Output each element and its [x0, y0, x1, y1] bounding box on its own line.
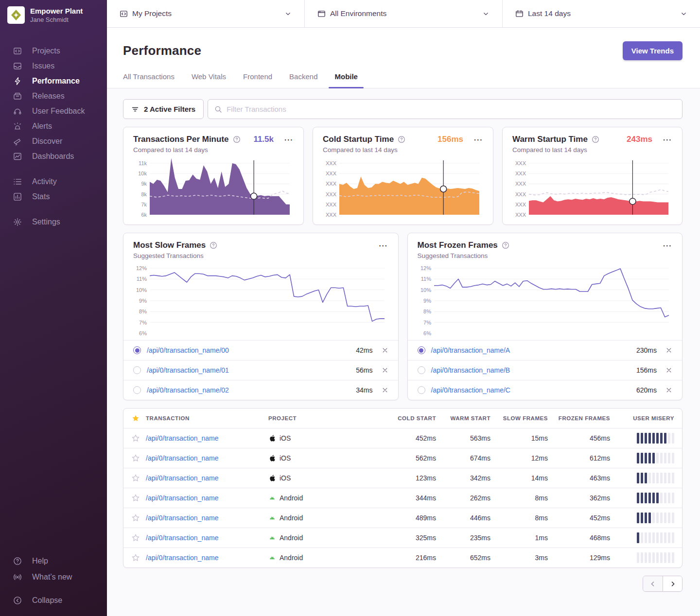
x-icon[interactable] — [665, 367, 672, 374]
transaction-radio[interactable] — [133, 386, 141, 394]
active-filters-button[interactable]: 2 Active Filters — [123, 99, 204, 119]
transaction-link[interactable]: /api/0/transaction_name/A — [431, 346, 510, 354]
transaction-link[interactable]: /api/0/transaction_name/00 — [147, 346, 229, 354]
x-icon[interactable] — [382, 387, 388, 394]
col-warm-start[interactable]: WARM START — [436, 415, 490, 421]
star-icon[interactable] — [132, 434, 140, 442]
chevron-down-icon — [482, 10, 490, 17]
sidebar-item-discover[interactable]: Discover — [0, 134, 107, 149]
question-icon[interactable] — [398, 136, 405, 143]
transaction-link[interactable]: /api/0/transaction_name — [146, 454, 218, 462]
tab-mobile[interactable]: Mobile — [334, 72, 358, 88]
view-trends-button[interactable]: View Trends — [623, 41, 682, 60]
star-icon[interactable] — [132, 474, 140, 482]
sidebar-item-settings[interactable]: Settings — [0, 214, 107, 229]
sidebar-item-issues[interactable]: Issues — [0, 58, 107, 73]
sidebar-item-collapse[interactable]: Collapse — [0, 592, 107, 608]
question-icon[interactable] — [233, 136, 241, 143]
question-icon[interactable] — [592, 136, 599, 143]
suggested-transaction-row: /api/0/transaction_name/02 34ms — [123, 380, 398, 400]
sidebar-item-user-feedback[interactable]: User Feedback — [0, 103, 107, 119]
svg-text:XXX: XXX — [326, 212, 337, 218]
cold-start-value: 452ms — [382, 434, 436, 442]
transaction-radio[interactable] — [418, 346, 425, 354]
transaction-link[interactable]: /api/0/transaction_name — [146, 494, 218, 502]
sidebar-item-alerts[interactable]: Alerts — [0, 119, 107, 134]
col-transaction[interactable]: TRANSACTION — [146, 415, 268, 421]
sidebar-item-releases[interactable]: Releases — [0, 88, 107, 103]
org-switcher[interactable]: Empower Plant Jane Schmidt — [0, 0, 107, 29]
star-icon[interactable] — [132, 534, 140, 542]
stats-icon — [13, 192, 22, 201]
transaction-link[interactable]: /api/0/transaction_name — [146, 474, 218, 482]
next-page-button[interactable] — [663, 576, 682, 591]
transaction-link[interactable]: /api/0/transaction_name/B — [431, 366, 510, 374]
transaction-link[interactable]: /api/0/transaction_name — [146, 534, 218, 542]
ellipsis-menu-icon[interactable]: ⋯ — [379, 241, 388, 250]
sidebar-item-projects[interactable]: Projects — [0, 43, 107, 58]
star-icon[interactable] — [132, 454, 140, 462]
star-icon[interactable] — [132, 494, 140, 502]
star-icon[interactable] — [132, 514, 140, 522]
sidebar-item-label: Collapse — [32, 596, 62, 605]
ellipsis-menu-icon[interactable]: ⋯ — [663, 241, 672, 250]
table-header-row: TRANSACTION PROJECT COLD START WARM STAR… — [123, 409, 682, 428]
sidebar-item-activity[interactable]: Activity — [0, 174, 107, 189]
svg-text:9%: 9% — [139, 298, 147, 304]
x-icon[interactable] — [382, 367, 388, 374]
col-slow-frames[interactable]: SLOW FRAMES — [490, 415, 548, 421]
x-icon[interactable] — [665, 387, 672, 394]
card-value: 11.5k — [253, 135, 274, 144]
ellipsis-menu-icon[interactable]: ⋯ — [284, 135, 294, 144]
project-cell: iOS — [268, 434, 382, 442]
tab-backend[interactable]: Backend — [289, 72, 317, 88]
slow-frames-value: 14ms — [490, 474, 548, 482]
transaction-radio[interactable] — [418, 386, 425, 394]
transaction-link[interactable]: /api/0/transaction_name — [146, 514, 218, 522]
transaction-link[interactable]: /api/0/transaction_name — [146, 434, 218, 442]
transaction-radio[interactable] — [133, 346, 141, 354]
filter-transactions-input[interactable] — [227, 105, 676, 113]
topbar-filter-all-environments[interactable]: All Environments — [304, 0, 502, 27]
star-icon[interactable] — [132, 554, 140, 562]
transaction-radio[interactable] — [418, 366, 425, 374]
tab-bar: All TransactionsWeb VitalsFrontendBacken… — [123, 72, 682, 88]
transaction-link[interactable]: /api/0/transaction_name/01 — [147, 366, 229, 374]
sidebar-item-dashboards[interactable]: Dashboards — [0, 149, 107, 164]
tab-all-transactions[interactable]: All Transactions — [123, 72, 175, 88]
x-icon[interactable] — [665, 347, 672, 354]
sidebar-item-stats[interactable]: Stats — [0, 189, 107, 204]
svg-text:8%: 8% — [139, 308, 147, 314]
platform-label: Android — [280, 534, 303, 542]
svg-text:11%: 11% — [420, 276, 431, 282]
card-title: Warm Startup Time — [512, 135, 588, 144]
topbar-filter-last-14-days[interactable]: Last 14 days — [502, 0, 700, 27]
ellipsis-menu-icon[interactable]: ⋯ — [663, 135, 672, 144]
x-icon[interactable] — [382, 347, 388, 354]
ellipsis-menu-icon[interactable]: ⋯ — [473, 135, 483, 144]
transaction-link[interactable]: /api/0/transaction_name — [146, 554, 218, 562]
widget-cards-row: Most Slow Frames ⋯ Suggested Transaction… — [123, 233, 682, 400]
col-project[interactable]: PROJECT — [268, 415, 382, 421]
question-icon[interactable] — [210, 241, 217, 249]
topbar-filter-my-projects[interactable]: My Projects — [107, 0, 304, 27]
question-icon[interactable] — [502, 241, 509, 249]
prev-page-button[interactable] — [643, 576, 663, 591]
col-cold-start[interactable]: COLD START — [382, 415, 436, 421]
sidebar-item-help[interactable]: Help — [0, 553, 107, 569]
transaction-link[interactable]: /api/0/transaction_name/02 — [147, 386, 229, 394]
table-row: /api/0/transaction_name iOS 562ms 674ms … — [123, 448, 682, 468]
col-frozen-frames[interactable]: FROZEN FRAMES — [548, 415, 610, 421]
transaction-link[interactable]: /api/0/transaction_name/C — [431, 386, 510, 394]
tab-frontend[interactable]: Frontend — [243, 72, 272, 88]
user-misery-bars — [637, 433, 674, 444]
card-value: 243ms — [627, 135, 652, 144]
transaction-radio[interactable] — [133, 366, 141, 374]
tab-web-vitals[interactable]: Web Vitals — [192, 72, 226, 88]
sidebar-item-label: Performance — [32, 77, 80, 86]
sidebar-item-performance[interactable]: Performance — [0, 73, 107, 88]
suggested-transaction-row: /api/0/transaction_name/C 620ms — [408, 380, 682, 400]
sidebar-item-what-s-new[interactable]: What’s new — [0, 569, 107, 585]
card-subtitle: Suggested Transactions — [133, 252, 388, 259]
col-user-misery[interactable]: USER MISERY — [610, 415, 682, 421]
